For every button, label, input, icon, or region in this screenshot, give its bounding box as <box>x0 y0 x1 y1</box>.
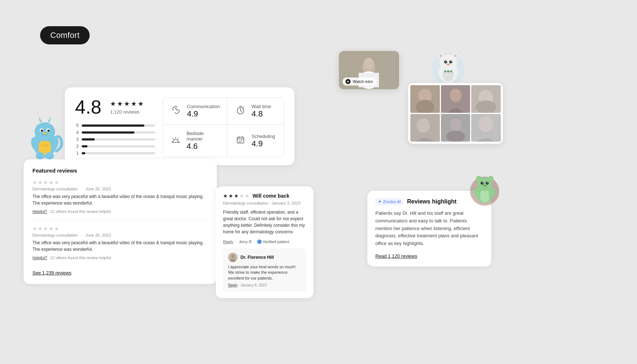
metric-scheduling: Scheduling 4.9 <box>227 125 284 157</box>
svg-point-33 <box>454 54 457 57</box>
stars-display: ★ ★ ★ ★ ★ <box>110 100 144 108</box>
watch-intro-card[interactable]: ▶ Watch intro <box>339 51 399 89</box>
svg-point-49 <box>417 118 430 133</box>
bar-row-2: 2 <box>75 144 155 149</box>
wcb-reply-link[interactable]: Reply <box>223 240 233 244</box>
rh-title: Reviews highlight <box>407 198 457 205</box>
communication-value: 4.9 <box>187 109 220 119</box>
bar-track-3 <box>82 138 155 141</box>
doctor-reply-meta: Reply · January 8, 2023 <box>228 283 301 287</box>
review-helpful-2: Helpful? 12 others found this review hel… <box>32 256 208 260</box>
metric-communication: Communication 4.9 <box>163 98 227 124</box>
waittime-value: 4.8 <box>251 109 271 119</box>
handshake-icon <box>170 104 182 118</box>
review-item-1: ★ ★ ★ ★ ★ Dermatology consultation · Jun… <box>32 179 208 220</box>
svg-point-37 <box>451 61 452 62</box>
wcb-reply-row: Reply · Jerry R · Verified patient <box>223 240 306 244</box>
bar-track-5 <box>82 124 155 127</box>
play-icon: ▶ <box>345 79 351 84</box>
svg-point-39 <box>447 70 449 72</box>
wcb-text: Friendly staff, efficient operation, and… <box>223 209 306 235</box>
play-button[interactable]: ▶ Watch intro <box>343 78 376 86</box>
helpful-button-1[interactable]: Helpful? <box>32 209 47 214</box>
rh-text: Patients say Dr. Hill and his staff are … <box>375 210 483 248</box>
svg-point-51 <box>450 118 461 131</box>
svg-point-5 <box>41 130 43 132</box>
star-1: ★ <box>110 100 116 108</box>
scheduling-info: Scheduling 4.9 <box>251 134 275 149</box>
svg-point-38 <box>446 63 450 66</box>
bar-track-2 <box>82 145 155 147</box>
bar-fill-4 <box>82 131 134 134</box>
rating-left: 4.8 ★ ★ ★ ★ ★ 1,120 reviews 5 <box>75 98 155 157</box>
metric-bedside: Bedside manner 4.6 <box>163 125 227 157</box>
zocdoc-dot: ✦ <box>378 199 382 204</box>
helpful-count-1: 12 others found this review helpful <box>50 209 111 214</box>
photo-1 <box>410 85 440 113</box>
star-5: ★ <box>138 100 144 108</box>
svg-point-60 <box>488 176 493 181</box>
svg-point-2 <box>35 122 55 141</box>
svg-marker-9 <box>39 116 42 122</box>
wcb-title: Will come back <box>253 193 289 199</box>
rating-card: 4.8 ★ ★ ★ ★ ★ 1,120 reviews 5 <box>65 87 294 165</box>
watch-intro-image: ▶ Watch intro <box>339 51 399 89</box>
photo-5 <box>441 114 470 142</box>
helpful-button-2[interactable]: Helpful? <box>32 256 47 260</box>
review-meta-1: Dermatology consultation · June 26, 2023 <box>32 187 208 191</box>
zocdoc-label: Zocdoc AI <box>383 199 401 204</box>
will-come-back-card: ★ ★ ★ ★ ★ Will come back Dermatology con… <box>216 186 313 298</box>
sunrise-icon <box>170 134 181 148</box>
wcb-stars: ★ ★ ★ ★ ★ <box>223 193 250 199</box>
bar-fill-3 <box>82 138 95 141</box>
see-reviews-link[interactable]: See 1,239 reviews <box>32 270 71 276</box>
star-2: ★ <box>117 100 123 108</box>
calendar-check-icon <box>235 134 246 148</box>
svg-rect-17 <box>237 137 244 143</box>
bedside-value: 4.6 <box>187 142 220 151</box>
photo-4 <box>410 114 440 142</box>
zocdoc-badge: ✦ Zocdoc AI <box>375 198 403 205</box>
review-helpful-1: Helpful? 12 others found this review hel… <box>32 209 208 214</box>
svg-point-36 <box>446 61 447 62</box>
mascot-green <box>466 164 503 207</box>
bar-fill-2 <box>82 145 87 147</box>
scheduling-label: Scheduling <box>251 134 275 139</box>
svg-point-19 <box>231 254 235 258</box>
svg-point-24 <box>364 58 374 70</box>
review-item-2: ★ ★ ★ ★ ★ Dermatology consultation · Jun… <box>32 226 208 266</box>
doctor-reply-link[interactable]: Reply <box>228 283 238 287</box>
metrics-grid: Communication 4.9 <box>163 98 284 157</box>
watch-intro-label: Watch intro <box>353 79 373 84</box>
svg-point-57 <box>480 189 490 202</box>
svg-point-6 <box>47 130 50 132</box>
rating-bars: 5 4 3 2 1 <box>75 123 155 156</box>
comfort-badge: Comfort <box>40 26 90 44</box>
svg-point-59 <box>476 176 481 181</box>
star-3: ★ <box>124 100 130 108</box>
scheduling-value: 4.9 <box>251 139 275 149</box>
review-text-2: The office was very peaceful with a beau… <box>32 240 208 253</box>
svg-point-63 <box>482 182 483 183</box>
bedside-label: Bedside manner <box>187 131 220 142</box>
svg-marker-10 <box>48 116 51 122</box>
bar-row-1: 1 <box>75 151 155 156</box>
svg-point-65 <box>483 185 486 187</box>
timer-icon <box>235 104 246 118</box>
rating-top: 4.8 ★ ★ ★ ★ ★ 1,120 reviews <box>75 98 155 116</box>
helpful-count-2: 12 others found this review helpful <box>50 256 111 260</box>
wcb-header: ★ ★ ★ ★ ★ Will come back <box>223 193 306 199</box>
communication-label: Communication <box>187 104 220 109</box>
overall-score: 4.8 <box>75 98 101 116</box>
rating-right: Communication 4.9 <box>163 98 284 157</box>
read-reviews-link[interactable]: Read 1,120 reviews <box>375 253 417 259</box>
svg-point-64 <box>487 182 488 183</box>
doctor-reply-text: I appreciate your kind words so much! We… <box>228 264 301 281</box>
waittime-info: Wait time 4.8 <box>251 104 271 119</box>
photo-2 <box>441 85 470 113</box>
svg-text:CTLB: CTLB <box>42 144 48 147</box>
photo-6 <box>471 114 501 142</box>
bar-row-5: 5 <box>75 123 155 128</box>
bar-track-1 <box>82 152 155 154</box>
mascot-left: CTLB <box>25 113 65 160</box>
